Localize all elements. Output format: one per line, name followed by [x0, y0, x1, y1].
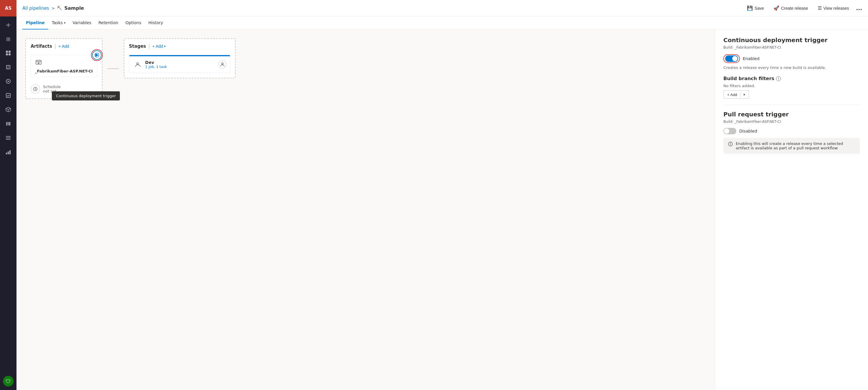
pipelines-icon[interactable] — [0, 74, 17, 88]
view-releases-button[interactable]: ☰ View releases — [815, 4, 851, 12]
pr-info-icon — [728, 142, 733, 147]
cd-toggle-row: Enabled — [723, 54, 860, 63]
all-pipelines-link[interactable]: All pipelines — [22, 6, 49, 11]
cd-toggle[interactable] — [725, 55, 738, 62]
svg-marker-5 — [8, 81, 9, 82]
cd-trigger-subtitle: Build: _FabrikamFiber-ASP.NET-CI — [723, 46, 860, 50]
svg-rect-9 — [9, 122, 10, 125]
svg-rect-14 — [8, 151, 9, 154]
sidebar: AS + ⊞ 🛡 — [0, 0, 17, 390]
svg-rect-13 — [6, 153, 7, 154]
stage-name: Dev — [145, 60, 215, 65]
svg-rect-0 — [6, 51, 8, 53]
save-button[interactable]: 💾 Save — [745, 4, 766, 12]
create-release-button[interactable]: 🚀 Create release — [771, 4, 811, 12]
svg-point-21 — [137, 63, 138, 64]
tab-tasks[interactable]: Tasks ▾ — [48, 17, 69, 29]
stage-card-body: Dev 1 job, 1 task — [129, 56, 230, 73]
add-filter-label: + Add — [727, 92, 737, 97]
create-release-label: Create release — [781, 6, 808, 10]
pr-toggle-thumb — [724, 128, 729, 134]
tab-pipeline[interactable]: Pipeline — [22, 17, 48, 29]
tab-retention[interactable]: Retention — [95, 17, 122, 29]
cd-trigger-title: Continuous deployment trigger — [723, 36, 860, 43]
topbar-actions: 💾 Save 🚀 Create release ☰ View releases … — [745, 4, 862, 12]
artifact-type-icon — [35, 59, 93, 67]
add-icon[interactable]: + — [0, 18, 17, 32]
svg-rect-2 — [6, 53, 8, 55]
svg-marker-18 — [95, 53, 99, 57]
breadcrumb: All pipelines > ⛏ Sample — [22, 5, 84, 11]
tab-history[interactable]: History — [145, 17, 167, 29]
pr-toggle[interactable] — [723, 128, 736, 134]
add-stage-button[interactable]: + Add ▾ — [152, 44, 166, 49]
stage-info: Dev 1 job, 1 task — [145, 60, 215, 69]
svg-rect-10 — [6, 136, 10, 137]
repos-icon[interactable] — [0, 60, 17, 74]
connector-line — [107, 68, 119, 69]
stages-header: Stages | + Add ▾ — [129, 43, 230, 49]
pipeline-canvas: Artifacts | + Add — [17, 29, 715, 390]
artifact-card[interactable]: _FabrikamFiber-ASP.NET-CI — [31, 55, 97, 77]
save-icon: 💾 — [747, 5, 753, 11]
add-artifact-button[interactable]: + Add — [58, 44, 69, 49]
testplans-icon[interactable] — [0, 88, 17, 102]
view-releases-label: View releases — [824, 6, 849, 10]
pr-toggle-label: Disabled — [739, 129, 757, 133]
right-panel: Continuous deployment trigger Build: _Fa… — [715, 29, 868, 390]
cd-toggle-highlight — [723, 54, 740, 63]
svg-rect-8 — [8, 122, 8, 125]
pipeline-name: Sample — [64, 5, 84, 11]
cd-trigger-button[interactable] — [92, 50, 102, 60]
boards-icon[interactable] — [0, 46, 17, 60]
manage-icon[interactable] — [0, 131, 17, 145]
stage-approver-button[interactable] — [218, 60, 226, 69]
stage-sub: 1 job, 1 task — [145, 65, 215, 69]
pr-info-box: Enabling this will create a release ever… — [723, 138, 860, 154]
stages-header-sep: | — [149, 43, 150, 49]
tab-variables[interactable]: Variables — [69, 17, 95, 29]
deploy2-icon[interactable] — [0, 145, 17, 159]
pipeline-layout: Artifacts | + Add — [25, 38, 706, 99]
cd-trigger-section: Continuous deployment trigger Build: _Fa… — [723, 36, 860, 99]
cd-toggle-label: Enabled — [743, 56, 760, 61]
home-icon[interactable]: ⊞ — [0, 32, 17, 46]
branch-filters-title: Build branch filters i — [723, 76, 860, 81]
artifacts-icon[interactable] — [0, 102, 17, 117]
save-label: Save — [754, 6, 764, 10]
branch-filters-info-icon[interactable]: i — [776, 76, 781, 81]
tab-options[interactable]: Options — [122, 17, 145, 29]
svg-rect-1 — [8, 51, 10, 53]
stage-icon — [133, 60, 142, 69]
view-releases-icon: ☰ — [818, 5, 822, 11]
svg-rect-3 — [8, 53, 10, 55]
pr-trigger-section: Pull request trigger Build: _FabrikamFib… — [723, 111, 860, 154]
stages-section: Stages | + Add ▾ — [124, 38, 236, 78]
add-filter-button[interactable]: + Add ▾ — [723, 90, 749, 99]
pr-toggle-row: Disabled — [723, 128, 860, 134]
pipeline-icon: ⛏ — [57, 5, 62, 11]
artifacts-header: Artifacts | + Add — [31, 43, 97, 49]
trigger-tooltip: Continuous deployment trigger — [52, 91, 120, 100]
no-filters-label: No filters added. — [723, 84, 860, 88]
avatar: AS — [0, 0, 17, 17]
topbar: All pipelines > ⛏ Sample 💾 Save 🚀 Create… — [17, 0, 868, 17]
main-area: All pipelines > ⛏ Sample 💾 Save 🚀 Create… — [17, 0, 868, 390]
pr-info-text: Enabling this will create a release ever… — [736, 141, 855, 150]
panel-divider — [723, 104, 860, 105]
svg-rect-6 — [6, 93, 10, 97]
library-icon[interactable] — [0, 117, 17, 131]
cd-toggle-thumb — [732, 56, 738, 61]
header-separator: | — [55, 43, 56, 49]
content-area: Artifacts | + Add — [17, 29, 868, 390]
artifact-name: _FabrikamFiber-ASP.NET-CI — [35, 69, 93, 73]
stage-card[interactable]: Dev 1 job, 1 task — [129, 55, 230, 73]
artifacts-title: Artifacts — [31, 43, 52, 49]
security-icon[interactable]: 🛡 — [3, 376, 13, 387]
svg-rect-12 — [6, 139, 10, 140]
schedule-icon — [31, 84, 40, 94]
cd-toggle-desc: Creates a release every time a new build… — [723, 65, 860, 70]
stages-title: Stages — [129, 43, 146, 49]
svg-rect-15 — [9, 150, 10, 154]
more-options-button[interactable]: ... — [856, 5, 862, 11]
